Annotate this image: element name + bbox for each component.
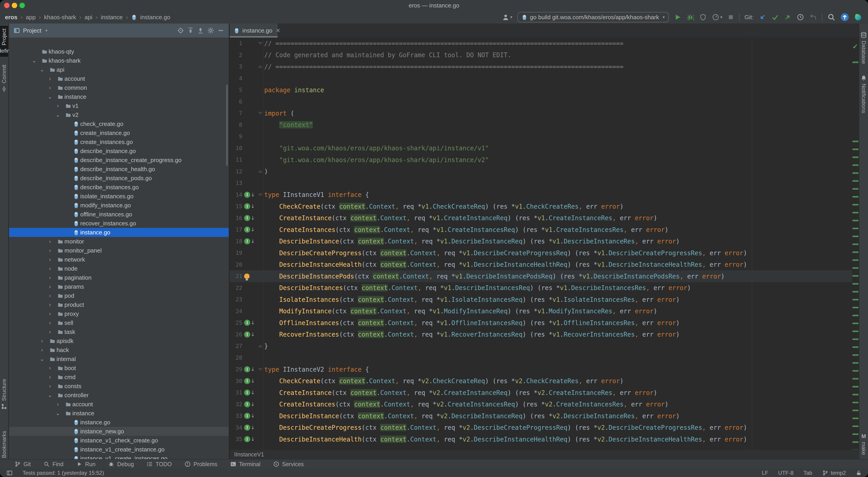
project-panel-title[interactable]: Project — [23, 27, 41, 34]
tree-row-instance_v1_create_instances.go[interactable]: instance_v1_create_instances.go — [9, 454, 229, 459]
code-line-27[interactable]: 27} — [230, 340, 853, 352]
lock-icon[interactable] — [856, 470, 862, 476]
tree-row-consts[interactable]: ›consts — [9, 382, 229, 391]
tree-row-proxy[interactable]: ›proxy — [9, 309, 229, 318]
chevron-right-icon[interactable]: › — [55, 102, 60, 109]
vcs-change-mark[interactable] — [852, 323, 859, 324]
toolwindow-button-make[interactable]: Mmake — [860, 430, 868, 458]
breadcrumb-scope[interactable]: IInstanceV1 — [234, 451, 264, 458]
code-line-8[interactable]: 8 "context" — [230, 119, 853, 131]
git-update-button[interactable] — [758, 13, 766, 21]
vcs-change-mark[interactable] — [852, 236, 859, 237]
expand-all-button[interactable] — [187, 27, 194, 34]
toolwindow-bar-debug[interactable]: Debug — [108, 461, 134, 468]
code-line-9[interactable]: 9 — [230, 131, 853, 142]
code-line-22[interactable]: 22 DescribeInstances(ctx context.Context… — [230, 282, 853, 294]
chevron-right-icon[interactable]: › — [48, 293, 53, 299]
run-with-coverage-button[interactable] — [699, 13, 707, 21]
implementation-gutter-icon[interactable]: I↓ — [244, 401, 257, 407]
tab-instance-go[interactable]: instance.go ✕ — [230, 24, 278, 37]
implementation-gutter-icon[interactable]: I↓ — [244, 215, 257, 221]
stop-button[interactable] — [727, 14, 734, 21]
tree-row-create_instance.go[interactable]: create_instance.go — [9, 128, 229, 138]
tree-row-internal[interactable]: ⌄internal — [9, 355, 229, 363]
toolwindow-bar-problems[interactable]: Problems — [184, 461, 217, 468]
vcs-change-mark[interactable] — [852, 434, 859, 435]
vcs-change-mark[interactable] — [852, 275, 859, 277]
implementation-gutter-icon[interactable]: I↓ — [244, 366, 257, 372]
code-editor[interactable]: 35I↓ DescribeInstanceHealth(ctx context.… — [230, 37, 859, 449]
ide-update-icon[interactable] — [840, 13, 849, 22]
code-line-19[interactable]: 19 DescribeCreateProgress(ctx context.Co… — [230, 247, 853, 259]
chevron-down-icon[interactable]: ⌄ — [48, 392, 53, 398]
code-line-5[interactable]: 5package instance — [230, 84, 853, 96]
tree-row-sell[interactable]: ›sell — [9, 318, 229, 327]
toolwindow-button-structure[interactable]: Structure — [0, 376, 8, 413]
code-line-28[interactable]: 28 — [230, 352, 853, 364]
chevron-right-icon[interactable]: › — [48, 383, 53, 389]
toolwindow-button-project[interactable]: Projectundefined — [0, 26, 8, 57]
implementation-gutter-icon[interactable]: I↓ — [244, 320, 257, 326]
collapse-all-button[interactable] — [197, 27, 204, 34]
implementation-gutter-icon[interactable]: I↓ — [244, 331, 257, 337]
chevron-right-icon[interactable]: › — [48, 320, 53, 326]
breadcrumb-item-api[interactable]: api — [85, 14, 92, 21]
tree-row-describe_instances.go[interactable]: describe_instances.go — [9, 183, 229, 192]
encoding-widget[interactable]: UTF-8 — [778, 470, 794, 476]
tree-row-cmd[interactable]: ›cmd — [9, 372, 229, 382]
profiler-button[interactable]: ▾ — [712, 13, 722, 21]
tree-row-instance_new.go[interactable]: instance_new.go — [9, 427, 229, 436]
breadcrumb-item-eros[interactable]: eros — [5, 14, 18, 21]
tree-row-v2[interactable]: ⌄v2 — [9, 110, 229, 119]
profile-icon[interactable]: ▾ — [502, 13, 513, 21]
select-opened-file-button[interactable] — [177, 27, 184, 34]
history-button[interactable] — [797, 13, 804, 21]
tree-row-describe_instance_create_progress.go[interactable]: describe_instance_create_progress.go — [9, 155, 229, 165]
breadcrumb-item-app[interactable]: app — [26, 14, 35, 21]
hide-panel-button[interactable] — [217, 27, 224, 34]
code-line-13[interactable]: 13 — [230, 177, 853, 189]
vcs-change-mark[interactable] — [852, 378, 859, 380]
code-line-14[interactable]: 14I↓type IInstanceV1 interface { — [230, 189, 853, 201]
toolwindow-button-commit[interactable]: Commit — [0, 62, 8, 95]
tree-row-check_create.go[interactable]: check_create.go — [9, 119, 229, 128]
toolwindow-bar-run[interactable]: Run — [76, 461, 96, 468]
tree-row-task[interactable]: ›task — [9, 327, 229, 336]
vcs-change-mark[interactable] — [852, 362, 859, 364]
tree-row-offline_instances.go[interactable]: offline_instances.go — [9, 210, 229, 219]
tree-row-create_instances.go[interactable]: create_instances.go — [9, 138, 229, 147]
tree-row-node[interactable]: ›node — [9, 264, 229, 273]
vcs-change-mark[interactable] — [852, 204, 859, 206]
tree-row-account[interactable]: ›account — [9, 400, 229, 409]
code-line-6[interactable]: 6 — [230, 96, 853, 108]
code-line-31[interactable]: 31I↓ CreateInstance(ctx context.Context,… — [230, 387, 853, 398]
vcs-change-mark[interactable] — [852, 149, 859, 150]
fold-marker-icon[interactable] — [257, 112, 263, 114]
code-line-4[interactable]: 4 — [230, 72, 853, 84]
fold-marker-icon[interactable] — [257, 345, 263, 347]
inspections-ok-icon[interactable]: ✓ — [852, 42, 858, 51]
code-line-17[interactable]: 17I↓ CreateInstances(ctx context.Context… — [230, 224, 853, 236]
vcs-change-mark[interactable] — [852, 243, 859, 245]
chevron-right-icon[interactable]: › — [48, 329, 53, 335]
tree-row-pagination[interactable]: ›pagination — [9, 273, 229, 282]
code-line-34[interactable]: 34I↓ DescribeCreateProgress(ctx context.… — [230, 422, 853, 434]
toolwindow-bar-git[interactable]: Git — [14, 461, 31, 468]
implementation-gutter-icon[interactable]: I↓ — [244, 389, 257, 396]
code-line-32[interactable]: 32I↓ CreateInstances(ctx context.Context… — [230, 398, 853, 410]
chevron-down-icon[interactable]: ⌄ — [55, 410, 60, 416]
chevron-down-icon[interactable]: ▾ — [45, 28, 48, 33]
tree-row-api[interactable]: ⌄api — [9, 65, 229, 74]
vcs-change-mark[interactable] — [852, 330, 859, 332]
fold-marker-icon[interactable] — [257, 42, 263, 44]
tree-row-hack[interactable]: ›hack — [9, 346, 229, 355]
vcs-change-mark[interactable] — [852, 291, 859, 293]
code-line-2[interactable]: 2// Code generated and maintained by GoF… — [230, 49, 853, 61]
tree-row-params[interactable]: ›params — [9, 282, 229, 291]
git-commit-button[interactable] — [771, 13, 779, 21]
code-line-25[interactable]: 25I↓ OfflineInstances(ctx context.Contex… — [230, 317, 853, 329]
tree-row-apisdk[interactable]: ›apisdk — [9, 336, 229, 346]
toolwindow-button-database[interactable]: Database — [860, 29, 868, 67]
code-line-20[interactable]: 20 DescribeInstanceHealth(ctx context.Co… — [230, 259, 853, 271]
tree-row-pod[interactable]: ›pod — [9, 291, 229, 300]
